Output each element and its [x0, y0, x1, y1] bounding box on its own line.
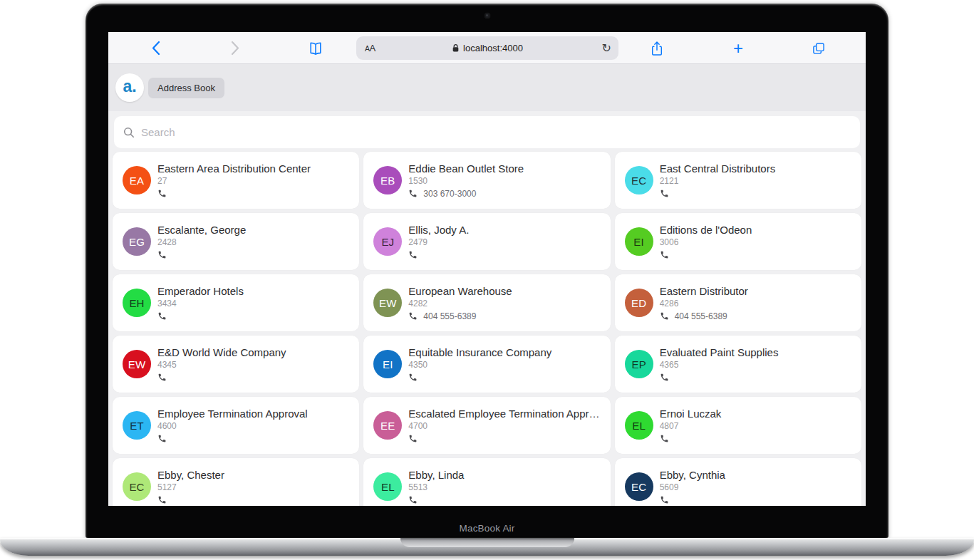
contact-card[interactable]: EC East Central Distributors 2121 — [615, 152, 861, 209]
avatar: EH — [123, 289, 151, 317]
contact-card[interactable]: EW E&D World Wide Company 4345 — [113, 336, 359, 393]
contact-number: 2121 — [660, 176, 851, 186]
avatar: EW — [123, 350, 151, 378]
logo-glyph: a. — [123, 78, 136, 95]
avatar: ET — [123, 411, 151, 440]
contact-info: Employee Termination Approval 4600 — [157, 408, 349, 444]
contact-info: Ebby, Chester 5127 — [157, 469, 349, 505]
contact-info: Equitable Insurance Company 4350 — [408, 346, 600, 383]
contact-phone: 303 670-3000 — [423, 189, 476, 199]
contact-number: 1530 — [408, 176, 600, 186]
contact-card[interactable]: EG Escalante, George 2428 — [113, 213, 359, 270]
contact-phone-row — [157, 373, 349, 383]
contact-card[interactable]: EA Eastern Area Distribution Center 27 — [113, 152, 359, 209]
back-button[interactable] — [143, 32, 168, 64]
contact-name: Ebby, Cynthia — [660, 469, 851, 481]
contact-number: 4365 — [660, 360, 851, 370]
avatar-initials: EB — [380, 175, 395, 187]
avatar: EC — [625, 472, 653, 501]
contact-number: 4286 — [660, 299, 851, 308]
contact-card[interactable]: EE Escalated Employee Termination Appro…… — [363, 397, 610, 454]
contact-phone-row — [408, 373, 600, 383]
contact-name: Eddie Bean Outlet Store — [408, 162, 600, 175]
contact-card[interactable]: EH Emperador Hotels 3434 — [113, 274, 359, 331]
avatar-initials: EE — [380, 420, 395, 432]
search-icon — [123, 127, 135, 138]
contact-number: 27 — [157, 176, 349, 186]
forward-button[interactable] — [222, 32, 248, 64]
phone-icon — [157, 434, 167, 443]
contact-card[interactable]: ED Eastern Distributor 4286 404 555-6389 — [615, 274, 861, 331]
contact-card[interactable]: EC Ebby, Chester 5127 — [113, 458, 359, 506]
avatar-initials: ED — [631, 297, 646, 309]
phone-icon — [660, 373, 669, 382]
bookmarks-button[interactable] — [303, 32, 328, 64]
contact-card[interactable]: EB Eddie Bean Outlet Store 1530 303 670-… — [363, 152, 610, 209]
contact-number: 4345 — [157, 360, 349, 370]
contact-name: Escalante, George — [157, 224, 349, 236]
laptop-base-notch — [400, 538, 574, 547]
search-input[interactable] — [141, 126, 851, 138]
avatar: EE — [373, 411, 402, 440]
avatar-initials: EW — [128, 358, 146, 370]
contact-phone-row — [157, 495, 349, 505]
contact-card[interactable]: EI Editions de l'Odeon 3006 — [615, 213, 861, 270]
contact-info: Ebby, Linda 5513 — [408, 469, 600, 505]
contact-info: Editions de l'Odeon 3006 — [660, 224, 851, 260]
phone-icon — [660, 495, 669, 504]
avatar: EC — [625, 166, 653, 195]
contact-card[interactable]: ET Employee Termination Approval 4600 — [113, 397, 359, 454]
new-tab-button[interactable]: + — [725, 32, 751, 64]
share-button[interactable] — [644, 32, 670, 64]
contact-number: 5127 — [157, 482, 349, 492]
contact-name: Equitable Insurance Company — [408, 346, 600, 358]
contact-info: Ebby, Cynthia 5609 — [660, 469, 851, 505]
contact-card[interactable]: EP Evaluated Paint Supplies 4365 — [615, 336, 861, 393]
avatar-initials: EI — [633, 236, 644, 248]
contact-phone-row — [660, 189, 851, 199]
contact-phone-row — [660, 373, 851, 383]
contact-info: Ernoi Luczak 4807 — [660, 408, 851, 444]
contact-phone: 404 555-6389 — [423, 311, 476, 321]
avatar-initials: EA — [130, 175, 144, 187]
url-display: localhost:4000 — [356, 43, 618, 53]
contact-name: E&D World Wide Company — [157, 346, 349, 358]
contact-phone-row: 404 555-6389 — [660, 311, 851, 321]
contact-info: Escalante, George 2428 — [157, 224, 349, 260]
contact-phone: 404 555-6389 — [675, 311, 727, 321]
contact-phone-row — [408, 434, 600, 444]
contact-info: Escalated Employee Termination Appro… 47… — [408, 408, 600, 444]
lock-icon — [452, 43, 460, 53]
avatar: EL — [373, 472, 402, 501]
avatar: EW — [373, 289, 402, 317]
contact-card[interactable]: EJ Ellis, Jody A. 2479 — [363, 213, 610, 270]
contact-info: Evaluated Paint Supplies 4365 — [660, 346, 851, 383]
refresh-button[interactable]: ↻ — [602, 43, 611, 54]
contact-name: Editions de l'Odeon — [660, 224, 851, 236]
phone-icon — [157, 250, 167, 259]
contact-info: Eastern Area Distribution Center 27 — [157, 162, 349, 199]
contact-name: Eastern Distributor — [660, 285, 851, 297]
nav-tab-address-book[interactable]: Address Book — [148, 78, 224, 98]
contact-card[interactable]: EL Ebby, Linda 5513 — [363, 458, 610, 506]
phone-icon — [157, 189, 167, 198]
share-icon — [651, 41, 663, 56]
app-logo[interactable]: a. — [115, 73, 144, 102]
phone-icon — [408, 189, 418, 198]
search-bar[interactable] — [114, 116, 860, 148]
reader-options-button[interactable]: AA — [365, 43, 375, 53]
contact-phone-row — [660, 495, 851, 505]
contact-card[interactable]: EL Ernoi Luczak 4807 — [615, 397, 861, 454]
screen: AA localhost:4000 ↻ — [108, 32, 866, 506]
contact-number: 4600 — [157, 421, 349, 431]
phone-icon — [157, 495, 167, 504]
url-bar[interactable]: AA localhost:4000 ↻ — [356, 36, 618, 60]
contact-card[interactable]: EI Equitable Insurance Company 4350 — [363, 336, 610, 393]
contact-card[interactable]: EC Ebby, Cynthia 5609 — [615, 458, 861, 506]
contact-card[interactable]: EW European Warehouse 4282 404 555-6389 — [363, 274, 610, 331]
avatar: EI — [625, 227, 653, 256]
contact-number: 3434 — [157, 299, 349, 308]
phone-icon — [660, 189, 669, 198]
contact-name: Emperador Hotels — [157, 285, 349, 297]
tabs-overview-button[interactable] — [806, 32, 831, 64]
